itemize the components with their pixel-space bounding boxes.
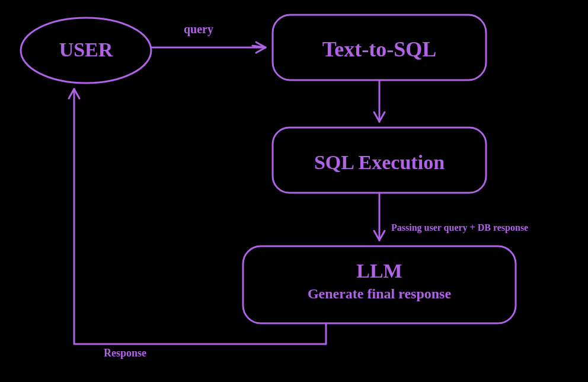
node-sql-execution bbox=[273, 128, 486, 193]
edge-user-to-t2s bbox=[151, 42, 266, 53]
diagram-canvas bbox=[0, 0, 588, 382]
edge-t2s-to-sqlex bbox=[374, 80, 385, 122]
edge-sqlex-to-llm bbox=[374, 193, 385, 240]
node-user bbox=[21, 18, 151, 83]
node-text-to-sql bbox=[273, 15, 486, 80]
node-llm bbox=[243, 246, 516, 323]
